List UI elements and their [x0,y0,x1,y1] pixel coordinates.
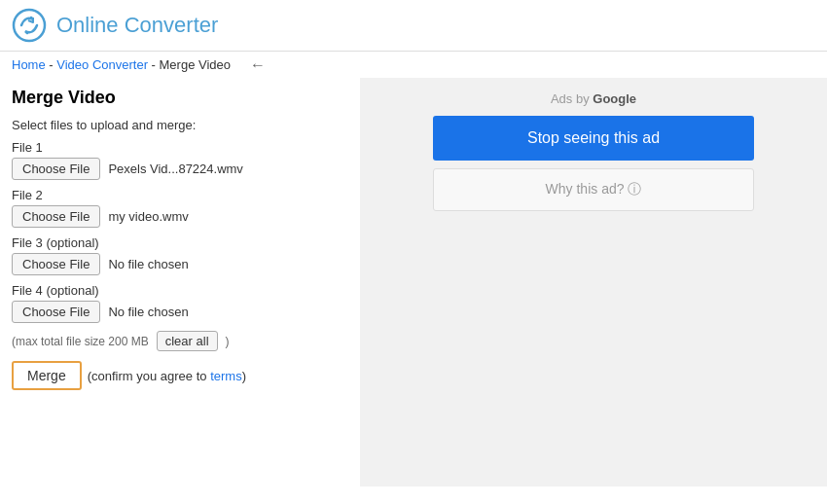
file-group-4: File 4 (optional) Choose File No file ch… [12,283,348,323]
why-this-ad-button[interactable]: Why this ad? ⓘ [433,168,754,211]
terms-link[interactable]: terms [210,369,242,383]
file-row-2: Choose File my video.wmv [12,205,348,228]
file-group-2: File 2 Choose File my video.wmv [12,188,348,228]
file-group-1: File 1 Choose File Pexels Vid...87224.wm… [12,140,348,180]
file-label-1: File 1 [12,140,348,155]
merge-button[interactable]: Merge [12,361,82,390]
subtitle: Select files to upload and merge: [12,118,348,132]
file-name-3: No file chosen [108,257,188,271]
ads-by-label: Ads by [551,91,590,106]
clear-all-button[interactable]: clear all [157,331,218,351]
logo-icon [12,8,47,43]
back-arrow-icon[interactable]: ← [250,56,266,74]
stop-seeing-ad-button[interactable]: Stop seeing this ad [433,116,754,161]
main-layout: Merge Video Select files to upload and m… [0,78,827,486]
breadcrumb-video-converter[interactable]: Video Converter [56,57,148,72]
file-name-4: No file chosen [108,305,188,319]
confirm-close: ) [242,369,246,383]
page-title: Merge Video [12,88,348,108]
file-name-1: Pexels Vid...87224.wmv [108,162,243,176]
breadcrumb-home[interactable]: Home [12,57,46,72]
choose-file-button-4[interactable]: Choose File [12,301,100,323]
confirm-text: (confirm you agree to terms) [88,369,246,383]
logo-title: Online Converter [56,13,218,38]
sep2: - [148,57,160,72]
choose-file-button-2[interactable]: Choose File [12,205,100,228]
svg-point-0 [14,10,45,41]
confirm-prefix: (confirm you agree to [88,369,210,383]
file-row-1: Choose File Pexels Vid...87224.wmv [12,158,348,180]
file-label-3: File 3 (optional) [12,235,348,250]
file-row-3: Choose File No file chosen [12,253,348,275]
nav-row: Home - Video Converter - Merge Video ← [0,52,827,78]
header: Online Converter [0,0,827,52]
breadcrumb-current: Merge Video [160,57,231,72]
file-name-2: my video.wmv [108,209,188,224]
google-label: Google [593,91,636,106]
left-panel: Merge Video Select files to upload and m… [0,78,360,486]
max-size-text: (max total file size 200 MB [12,335,149,348]
file-label-2: File 2 [12,188,348,202]
file-info-row: (max total file size 200 MB clear all ) [12,331,348,351]
merge-row: Merge (confirm you agree to terms) [12,361,348,390]
choose-file-button-1[interactable]: Choose File [12,158,100,180]
file-label-4: File 4 (optional) [12,283,348,298]
choose-file-button-3[interactable]: Choose File [12,253,100,275]
sep1: - [46,57,57,72]
file-row-4: Choose File No file chosen [12,301,348,323]
close-paren: ) [226,335,230,348]
file-group-3: File 3 (optional) Choose File No file ch… [12,235,348,275]
breadcrumb: Home - Video Converter - Merge Video [0,52,242,78]
ads-by-google: Ads by Google [379,91,808,106]
ad-panel: Ads by Google Stop seeing this ad Why th… [360,78,827,486]
